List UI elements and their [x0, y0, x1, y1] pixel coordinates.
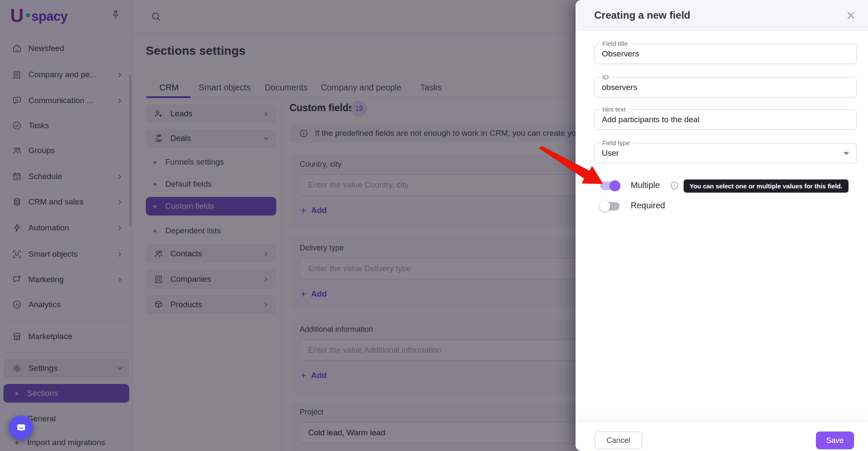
modal-header: Creating a new field	[576, 0, 868, 31]
field-title-input[interactable]	[595, 44, 857, 64]
required-toggle-row: Required	[576, 196, 868, 216]
field-title-field[interactable]: Field title	[594, 44, 857, 64]
modal-title: Creating a new field	[594, 9, 690, 21]
field-type-select[interactable]: Field type User	[594, 143, 857, 163]
multiple-toggle-row: Multiple You can select one or multiple …	[576, 176, 868, 196]
caret-down-icon	[843, 152, 849, 155]
field-id-input[interactable]	[595, 78, 857, 97]
close-icon[interactable]	[846, 10, 856, 21]
save-button[interactable]: Save	[816, 431, 854, 449]
info-icon[interactable]	[670, 181, 679, 190]
cancel-button[interactable]: Cancel	[595, 431, 642, 449]
toggle-thumb	[599, 201, 610, 212]
create-field-modal: Creating a new field Field title ID Hint…	[576, 0, 868, 451]
modal-footer: Cancel Save	[576, 421, 868, 451]
app-window: U spacy Newsfeed Company and pe... Commu…	[0, 0, 868, 451]
toggle-label: Required	[631, 201, 665, 210]
field-type-value: User	[602, 148, 619, 158]
field-id-field[interactable]: ID	[594, 77, 857, 98]
messenger-icon	[15, 421, 28, 434]
chat-launcher-button[interactable]	[9, 415, 33, 440]
toggle-label: Multiple	[631, 180, 660, 190]
tooltip: You can select one or multiple values fo…	[684, 179, 849, 193]
required-toggle[interactable]	[600, 201, 620, 211]
toggle-thumb	[609, 180, 620, 191]
multiple-toggle[interactable]	[600, 181, 620, 191]
hint-text-field[interactable]: Hint text	[594, 109, 857, 130]
hint-text-input[interactable]	[595, 110, 857, 129]
field-floating-label: Field type	[599, 139, 633, 146]
